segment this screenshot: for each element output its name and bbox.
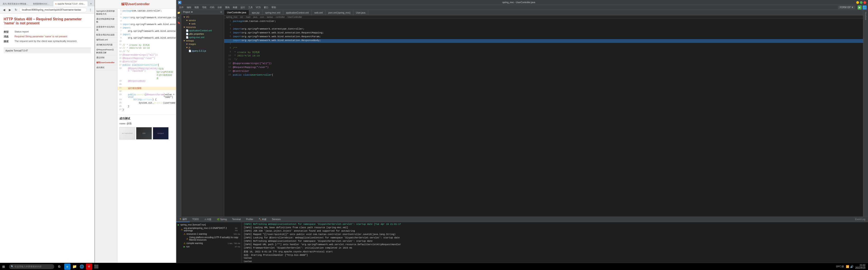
tree-vo[interactable]: ▼ VO	[181, 15, 224, 19]
task-view-btn[interactable]: ⧉	[56, 264, 62, 270]
tab-webxml[interactable]: web.xml	[312, 10, 326, 15]
tree-service[interactable]: ▼ service	[181, 19, 224, 22]
run-tree-compile-label: compile warning	[186, 242, 203, 244]
start-button[interactable]: ⊞	[0, 263, 7, 270]
tutorial-body: SpringMVC的请求参数获取方式 通过控制器绑定到参数 设置请求中文乱码问题…	[95, 9, 176, 266]
browser-tab-2[interactable]: 智慧新闻MOOC学院 ×	[31, 1, 53, 6]
nav-item-6[interactable]: 成功解决乱码问题	[95, 42, 117, 47]
tree-applicationcontext[interactable]: 📄 applicationContext.xml	[181, 29, 224, 32]
nav-item-9[interactable]: 编写UserController	[95, 60, 117, 65]
tree-jquery[interactable]: 📄 jquery-3.3.1.js	[181, 49, 224, 53]
nav-item-2[interactable]: 通过控制器绑定到参数	[95, 17, 117, 25]
new-tab-button[interactable]: +	[88, 1, 94, 6]
menu-build[interactable]: 构建	[231, 5, 239, 9]
nav-item-8[interactable]: 通过控制	[95, 55, 117, 60]
run-tree-platform-label: Using platform encoding (UTF-8 actually)…	[189, 236, 240, 241]
menu-vcs[interactable]: VCS	[254, 6, 262, 9]
address-bar[interactable]: localhost:8080/spring_mvc/user/quick16?u…	[20, 7, 87, 12]
tree-action-1[interactable]: ⚙	[220, 11, 222, 13]
structure-btn[interactable]: Structure	[865, 11, 867, 21]
project-icon[interactable]: 📁	[177, 11, 181, 14]
minimize-button[interactable]	[856, 1, 859, 4]
menu-file[interactable]: 文件	[178, 5, 185, 9]
bookmark-icon[interactable]: 🔖	[177, 21, 181, 24]
code-editor[interactable]: 1package com.taotao.controller; 2 3impor…	[224, 19, 863, 216]
run-tab-spring[interactable]: 🌿 Spring	[214, 217, 229, 222]
tab-spring-mvc[interactable]: spring-mvc.xml	[262, 10, 283, 15]
structure-icon[interactable]: ≡	[177, 16, 181, 20]
nav-item-4[interactable]: 配置全局乱码过滤器	[95, 33, 117, 37]
bc-src: src	[240, 16, 243, 18]
nav-item-5[interactable]: 编写web.xml	[95, 37, 117, 42]
run-tab-run[interactable]: 🏃 运行	[176, 217, 190, 222]
run-tree-compile[interactable]: ⚠ compile warning 1 sec, 796 ms	[176, 242, 242, 245]
event-log-btn[interactable]: Event Log	[852, 218, 868, 221]
taskbar-folder[interactable]: 📁	[71, 264, 78, 270]
browser-tab-3-active[interactable]: ● Apache Tomcat 7.0.47 - Error re... ×	[53, 1, 88, 6]
run-tab-build[interactable]: 🔨 构建	[256, 217, 269, 222]
nav-item-10[interactable]: 成功测试	[95, 65, 117, 70]
run-tree-resources[interactable]: ⚠ resources 1 warning 531 ms	[176, 232, 242, 236]
menu-code[interactable]: 代码	[209, 5, 216, 9]
taskbar-edge[interactable]: e	[64, 264, 70, 270]
run-tree-platform[interactable]: ⚠ Using platform encoding (UTF-8 actuall…	[176, 236, 242, 242]
menu-button[interactable]: ⋮	[88, 8, 93, 12]
form-isp-dropdown[interactable]: FORM ISP ▼	[838, 6, 855, 9]
maximize-button[interactable]	[860, 1, 863, 4]
nav-item-3[interactable]: 设置请求中文乱码问题	[95, 25, 117, 33]
tree-web[interactable]: ▼ web	[181, 22, 224, 26]
close-button[interactable]	[864, 1, 866, 4]
tutorial-code: 1package com.taotao.controller; 2 3impor…	[118, 9, 176, 266]
success-title: 成功测试	[119, 117, 174, 121]
toolbar-debug-btn[interactable]: 🐛	[863, 5, 867, 9]
ide-icon: ▶	[178, 1, 181, 4]
menu-edit[interactable]: 编辑	[185, 5, 193, 9]
tree-webapp[interactable]: ▼ webapp	[181, 39, 224, 42]
ide-window: ▶ spring_mvc - UserController.java 文件 编辑…	[176, 0, 868, 270]
menu-window[interactable]: 窗口	[262, 5, 270, 9]
nav-item-1[interactable]: SpringMVC的请求参数获取方式	[95, 9, 117, 17]
tree-spring-mvc[interactable]: 📄 spring-mvc.xml	[181, 36, 224, 39]
tab-user[interactable]: User.java	[353, 10, 368, 15]
run-tab-services[interactable]: Services	[269, 217, 283, 222]
menu-refactor[interactable]: 重构	[224, 5, 231, 9]
menu-help[interactable]: 帮助	[270, 5, 277, 9]
tab-usercontroller[interactable]: UserController.java	[224, 10, 249, 15]
search-bar[interactable]: 🔍 在这里输入你要搜索的内容	[9, 264, 54, 269]
menu-run[interactable]: 运行	[239, 5, 246, 9]
run-tab-todo[interactable]: TODO	[190, 217, 202, 222]
log-line-1: [INFO] Refreshing WebApplicationContext …	[244, 223, 866, 227]
network-icon[interactable]: 📶	[846, 265, 849, 268]
nav-item-7[interactable]: @RequestParam注解参数注解	[95, 47, 117, 55]
menu-analyze[interactable]: 分析	[216, 5, 223, 9]
bc-sep6: ›	[274, 16, 275, 18]
tab-pom[interactable]: pom.xml [spring_mvc]	[326, 10, 353, 15]
forward-button[interactable]: ▶	[8, 8, 12, 12]
menu-navigate[interactable]: 导航	[201, 5, 208, 9]
volume-icon[interactable]: 🔊	[850, 265, 854, 268]
tab-appctx[interactable]: applicationContext.xml	[283, 10, 312, 15]
run-tree-run[interactable]: ▶ run 47 ms	[176, 245, 242, 248]
back-button[interactable]: ◀	[2, 8, 6, 12]
toolbar-run-btn[interactable]: ▶	[858, 5, 862, 9]
tab-ajax[interactable]: ajax.jsp	[249, 10, 262, 15]
run-tab-problems[interactable]: ⚠ 问题	[202, 217, 214, 222]
tree-js[interactable]: ▼ js	[181, 46, 224, 49]
tree-jdbc-properties[interactable]: 📄 jdbc.properties	[181, 32, 224, 36]
taskbar-intellij[interactable]: IJ	[86, 264, 92, 270]
run-tree-root[interactable]: ▶ spring_mvc [tomcat7:run]	[176, 223, 242, 227]
reload-button[interactable]: ↻	[13, 8, 18, 12]
menu-view[interactable]: 视图	[193, 5, 200, 9]
run-tree-build[interactable]: ⚠ org.anamplespring_mvc-1.0-SNAPSHOT 2 w…	[176, 227, 242, 232]
browser-tab-1[interactable]: 高马·用层页面全3A网络服务/... ×	[1, 1, 31, 6]
run-tab-profiler[interactable]: Profiler	[243, 217, 256, 222]
taskbar-terminal[interactable]: ⬛	[93, 264, 99, 270]
run-tab-terminal[interactable]: Terminal	[229, 217, 243, 222]
bc-main: main	[246, 16, 251, 18]
tree-resources[interactable]: ▼ resources	[181, 26, 224, 29]
success-section: 成功测试 name:参数 screenshot IDE output	[118, 115, 176, 141]
tree-images[interactable]: ▼ images	[181, 42, 224, 46]
taskbar-chrome[interactable]: 🌐	[79, 264, 85, 270]
menu-tools[interactable]: 工具	[247, 5, 254, 9]
browser-window: 高马·用层页面全3A网络服务/... × 智慧新闻MOOC学院 × ● Apac…	[0, 0, 95, 270]
